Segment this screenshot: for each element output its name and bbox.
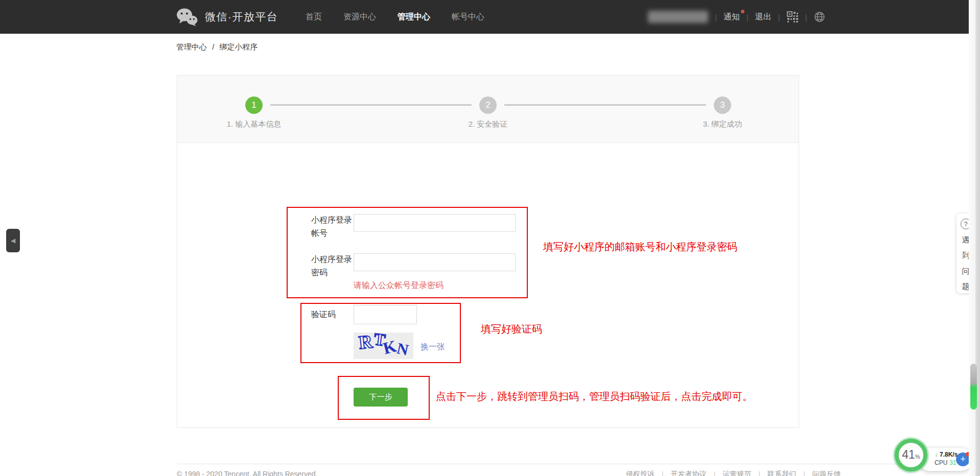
nav-right-cluster: | 通知 | 退出 | <box>648 0 825 34</box>
footer-link[interactable]: 侵权投诉 <box>626 470 655 476</box>
footer-separator: | <box>803 470 805 476</box>
captcha-image[interactable]: R T K N <box>354 332 413 359</box>
plus-icon: + <box>960 454 966 465</box>
step-connector <box>504 104 706 106</box>
captcha-letter: R <box>358 332 373 352</box>
notification-dot <box>741 10 744 13</box>
footer: © 1998 - 2020 Tencent. All Rights Reserv… <box>177 464 961 464</box>
step-connector <box>270 104 472 106</box>
step-label-1: 1. 输入基本信息 <box>198 120 310 129</box>
password-error-text: 请输入公众帐号登录密码 <box>354 280 444 291</box>
top-navbar: 微信·开放平台 首页 资源中心 管理中心 帐号中心 | 通知 | 退出 | <box>0 0 980 34</box>
step-circle-2: 2 <box>479 97 497 114</box>
captcha-input[interactable] <box>354 305 417 324</box>
language-globe-icon[interactable] <box>814 11 825 22</box>
notifications-label: 通知 <box>724 12 740 21</box>
percent-unit: % <box>915 454 920 460</box>
password-input[interactable] <box>354 253 516 271</box>
copyright-text: © 1998 - 2020 Tencent. All Rights Reserv… <box>177 470 317 476</box>
annotation-next-text: 点击下一步，跳转到管理员扫码，管理员扫码验证后，点击完成即可。 <box>436 390 753 403</box>
page: 微信·开放平台 首页 资源中心 管理中心 帐号中心 | 通知 | 退出 | <box>0 0 980 476</box>
next-step-button[interactable]: 下一步 <box>354 388 408 407</box>
brand-title: 微信·开放平台 <box>205 10 278 24</box>
breadcrumb: 管理中心 / 绑定小程序 <box>176 42 258 52</box>
wechat-logo-icon <box>176 8 198 26</box>
nav-item-resources[interactable]: 资源中心 <box>343 12 376 22</box>
footer-links: 侵权投诉 | 开发者协议 | 运营规范 | 联系我们 | 问题反馈 <box>626 470 841 476</box>
captcha-refresh-link[interactable]: 换一张 <box>421 342 445 352</box>
download-speed-value: 7.8K/s <box>940 450 958 459</box>
nav-links: 首页 资源中心 管理中心 帐号中心 <box>306 0 484 34</box>
account-label: 小程序登录帐号 <box>311 213 356 240</box>
nav-item-account[interactable]: 帐号中心 <box>452 12 484 22</box>
cpu-label: CPU <box>935 459 947 467</box>
footer-separator: | <box>662 470 664 476</box>
nav-separator: | <box>805 13 807 21</box>
monitor-plus-button[interactable]: + <box>956 453 970 466</box>
captcha-letter: N <box>395 340 410 358</box>
footer-separator: | <box>758 470 760 476</box>
percent-value: 41 <box>902 443 915 466</box>
footer-separator: | <box>714 470 716 476</box>
nav-item-home[interactable]: 首页 <box>306 12 322 22</box>
download-arrow-icon: ↓ <box>935 450 938 459</box>
captcha-label: 验证码 <box>311 308 356 321</box>
step-label-2: 2. 安全验证 <box>432 120 544 129</box>
brand[interactable]: 微信·开放平台 <box>176 0 278 34</box>
footer-link[interactable]: 问题反馈 <box>812 470 841 476</box>
footer-link[interactable]: 开发者协议 <box>671 470 707 476</box>
notifications-link[interactable]: 通知 <box>724 12 740 22</box>
step-circle-3: 3 <box>714 97 731 114</box>
breadcrumb-page: 绑定小程序 <box>220 42 258 51</box>
sidebar-collapse-button[interactable]: ◀ <box>6 229 20 252</box>
breadcrumb-section[interactable]: 管理中心 <box>176 42 207 51</box>
account-input[interactable] <box>354 214 516 232</box>
annotation-captcha-text: 填写好验证码 <box>481 322 542 336</box>
step-label-3: 3. 绑定成功 <box>666 120 779 129</box>
footer-link[interactable]: 运营规范 <box>722 470 751 476</box>
bind-miniprogram-card: 1 2 3 1. 输入基本信息 2. 安全验证 3. 绑定成功 小程序登录帐号 … <box>177 75 799 428</box>
nav-separator: | <box>778 13 780 21</box>
optimization-percent-ring[interactable]: 41 % <box>895 439 927 471</box>
footer-link[interactable]: 联系我们 <box>767 470 796 476</box>
stepper-header: 1 2 3 1. 输入基本信息 2. 安全验证 3. 绑定成功 <box>177 76 799 143</box>
nav-item-management[interactable]: 管理中心 <box>398 12 430 22</box>
nav-separator: | <box>715 13 717 21</box>
annotation-credentials-text: 填写好小程序的邮箱账号和小程序登录密码 <box>543 240 737 254</box>
logout-link[interactable]: 退出 <box>755 12 772 22</box>
password-label: 小程序登录密码 <box>311 253 356 279</box>
breadcrumb-separator: / <box>212 42 214 51</box>
scrollbar-thumb[interactable] <box>970 364 977 410</box>
step-circle-1: 1 <box>245 97 263 114</box>
username-redacted[interactable] <box>648 11 708 23</box>
qr-code-icon[interactable] <box>787 11 799 23</box>
nav-separator: | <box>746 13 749 21</box>
collapse-arrow-icon: ◀ <box>11 237 15 244</box>
